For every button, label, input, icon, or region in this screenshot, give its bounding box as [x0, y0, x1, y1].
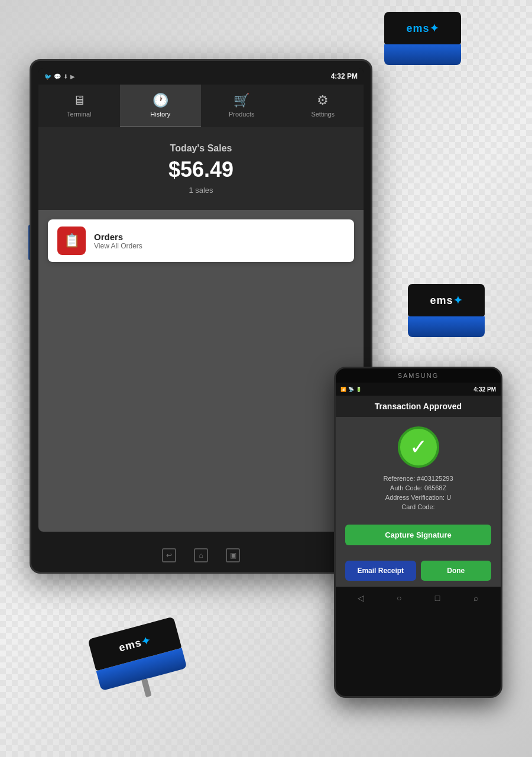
back-icon: ↩	[166, 551, 172, 559]
ems-dongle-connector	[141, 679, 151, 698]
tab-products[interactable]: 🛒 Products	[201, 85, 283, 127]
orders-text-block: Orders View All Orders	[94, 232, 142, 250]
phone-nav-bar: ◁ ○ □ ⌕	[336, 587, 501, 609]
capture-signature-button[interactable]: Capture Signature	[345, 525, 491, 545]
phone-time: 4:32 PM	[473, 386, 496, 393]
auth-code-row: Auth Code: 06568Z	[345, 484, 491, 491]
phone-header: Transaction Approved	[336, 396, 501, 417]
tab-settings-label: Settings	[311, 111, 335, 118]
phone: SAMSUNG 📶 📡 🔋 4:32 PM Transaction Approv…	[334, 367, 502, 698]
android-icon: 🐦	[44, 73, 51, 80]
sales-title: Today's Sales	[170, 143, 232, 154]
address-verification-row: Address Verification: U	[345, 494, 491, 501]
msg-icon: 💬	[54, 73, 61, 80]
home-button[interactable]: ⌂	[194, 548, 208, 562]
ems-dongle-bottom: ems✦	[87, 616, 190, 702]
ems-dongle-base-top	[384, 44, 461, 65]
terminal-icon: 🖥	[73, 93, 86, 108]
phone-status-icons: 📶 📡 🔋	[340, 387, 362, 392]
card-code-row: Card Code:	[345, 503, 491, 510]
play-icon: ▶	[70, 73, 75, 80]
settings-icon: ⚙	[317, 93, 329, 108]
download-icon: ⬇	[63, 73, 68, 80]
done-button[interactable]: Done	[421, 561, 492, 581]
phone-status-bar: 📶 📡 🔋 4:32 PM	[336, 383, 501, 396]
orders-icon: 📋	[57, 227, 86, 255]
phone-search-icon[interactable]: ⌕	[470, 592, 482, 604]
transaction-details: Reference: #403125293 Auth Code: 06568Z …	[345, 475, 491, 513]
tablet-bottom-bar: ↩ ⌂ ▣	[31, 539, 371, 572]
tab-history[interactable]: 🕐 History	[120, 85, 202, 127]
approval-checkmark: ✓	[398, 426, 439, 468]
tablet-status-bar: 🐦 💬 ⬇ ▶ 4:32 PM	[38, 68, 364, 85]
tablet-screen: 🐦 💬 ⬇ ▶ 4:32 PM 🖥 Terminal 🕐 History	[38, 68, 364, 532]
tab-products-label: Products	[229, 111, 254, 118]
ems-dongle-base-mid	[408, 316, 485, 337]
tablet-time: 4:32 PM	[331, 72, 358, 80]
recent-button[interactable]: ▣	[226, 548, 240, 562]
reference-row: Reference: #403125293	[345, 475, 491, 482]
recent-icon: ▣	[230, 551, 236, 559]
ems-dongle-top: ems✦	[384, 12, 461, 65]
tab-history-label: History	[150, 111, 170, 118]
tab-settings[interactable]: ⚙ Settings	[283, 85, 364, 127]
products-icon: 🛒	[233, 93, 249, 108]
transaction-status: Transaction Approved	[342, 402, 495, 411]
ems-dongle-body-mid: ems✦	[408, 284, 485, 316]
check-icon: ✓	[410, 435, 427, 460]
phone-brand: SAMSUNG	[336, 368, 501, 383]
orders-card[interactable]: 📋 Orders View All Orders	[48, 219, 354, 262]
email-receipt-button[interactable]: Email Receipt	[345, 561, 416, 581]
phone-signal-icon: 📶	[340, 387, 346, 392]
sales-amount: $56.49	[168, 157, 233, 182]
ems-logo-mid: ems✦	[430, 294, 462, 307]
ems-dongle-mid: ems✦	[408, 284, 485, 337]
orders-area: 📋 Orders View All Orders	[38, 210, 364, 532]
sales-count: 1 sales	[189, 186, 213, 195]
sales-summary: Today's Sales $56.49 1 sales	[38, 127, 364, 210]
phone-body: ✓ Reference: #403125293 Auth Code: 06568…	[336, 417, 501, 555]
orders-subtitle: View All Orders	[94, 242, 142, 250]
status-icons-left: 🐦 💬 ⬇ ▶	[44, 73, 75, 80]
phone-battery-icon: 🔋	[356, 387, 362, 392]
phone-wifi-icon: 📡	[348, 387, 354, 392]
history-icon: 🕐	[153, 93, 168, 108]
tab-terminal[interactable]: 🖥 Terminal	[38, 85, 120, 127]
phone-back-icon[interactable]: ◁	[355, 592, 366, 604]
tablet: 🐦 💬 ⬇ ▶ 4:32 PM 🖥 Terminal 🕐 History	[30, 59, 372, 574]
orders-title: Orders	[94, 232, 142, 242]
ems-logo-top: ems✦	[406, 22, 439, 35]
ems-dongle-body-top: ems✦	[384, 12, 461, 44]
back-button[interactable]: ↩	[162, 548, 176, 562]
ems-logo-bottom: ems✦	[117, 633, 152, 654]
phone-home-icon[interactable]: ○	[393, 592, 405, 604]
tab-terminal-label: Terminal	[67, 111, 92, 118]
phone-action-buttons: Email Receipt Done	[336, 555, 501, 587]
tablet-tab-bar: 🖥 Terminal 🕐 History 🛒 Products ⚙ Settin…	[38, 85, 364, 127]
document-icon: 📋	[64, 233, 80, 248]
phone-recent-icon[interactable]: □	[432, 592, 443, 604]
home-icon: ⌂	[199, 551, 203, 559]
